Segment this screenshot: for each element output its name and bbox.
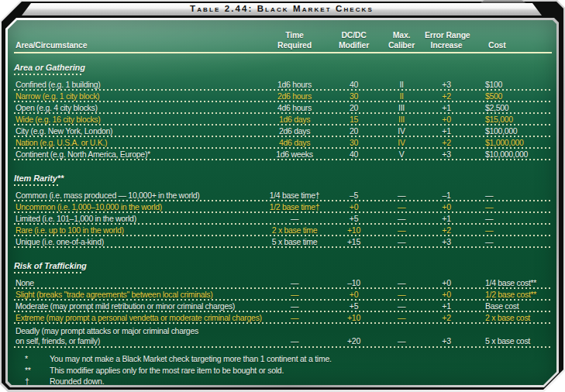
table-row: Extreme (may prompt a personal vendetta … xyxy=(14,312,552,324)
cell: — xyxy=(260,290,329,300)
table-row: Continent (e.g. North America, Europe)*1… xyxy=(14,149,552,160)
cell: 4d6 days xyxy=(260,138,329,148)
cell: 40 xyxy=(329,80,378,90)
column-header-line: Required xyxy=(260,40,329,50)
column-header-line: Cost xyxy=(488,40,552,50)
column-header: Error RangeIncrease xyxy=(425,30,468,50)
cell: IV xyxy=(378,138,425,148)
table-section: Area or GatheringConfined (e.g. 1 buildi… xyxy=(14,60,552,160)
cell: +1 xyxy=(425,214,468,224)
table-row: Confined (e.g. 1 building)1d6 hours40II+… xyxy=(14,79,552,91)
cell: +0 xyxy=(425,290,468,300)
cell: Deadly (may prompt attacks or major crim… xyxy=(14,326,260,346)
cell: — xyxy=(378,278,425,288)
cell: –10 xyxy=(329,278,378,288)
cell: Common (i.e. mass produced — 10,000+ in … xyxy=(14,191,260,201)
cell: II xyxy=(378,80,425,90)
column-header-line: Error Range xyxy=(425,30,468,40)
cell: II xyxy=(378,91,425,101)
cell: +1 xyxy=(425,126,468,136)
table-row: Unique (i.e. one-of-a-kind)5 x base time… xyxy=(14,236,552,248)
cell: — xyxy=(260,278,329,288)
cell: 1d6 weeks xyxy=(260,150,329,160)
column-header-line: Area/Circumstance xyxy=(16,40,260,50)
cell: 2 x base time xyxy=(260,225,329,236)
cell: 20 xyxy=(329,126,378,136)
cell: Moderate (may prompt mild retribution or… xyxy=(14,301,260,311)
cell: 40 xyxy=(329,150,378,160)
cell: 1/4 base cost** xyxy=(468,278,552,288)
cell: 30 xyxy=(329,138,378,148)
cell: — xyxy=(468,225,552,236)
cell: $15,000 xyxy=(468,115,552,125)
section-title: Risk of Trafficking xyxy=(14,261,87,273)
table-row: Limited (i.e. 101–1,000 in the world)—+5… xyxy=(14,213,552,225)
cell: 2d6 hours xyxy=(260,91,329,101)
black-market-checks-table-panel: Table 2.44: Black Market Checks Area/Cir… xyxy=(0,0,565,392)
table-row: Rare (i.e. up to 100 in the world)2 x ba… xyxy=(14,225,552,236)
cell: Slight (breaks "trade agreements" betwee… xyxy=(14,290,260,300)
cell: — xyxy=(378,191,425,201)
table-row: Open (e.g. 4 city blocks)4d6 hours20III+… xyxy=(14,102,552,114)
section-header: Area or Gathering xyxy=(14,60,552,75)
table-row: None—–10—+01/4 base cost** xyxy=(14,277,552,289)
cell: $500 xyxy=(468,91,552,101)
cell: — xyxy=(468,214,552,224)
column-header: Max.Caliber xyxy=(378,30,425,50)
cell: +5 xyxy=(329,301,378,311)
table-sections: Area or GatheringConfined (e.g. 1 buildi… xyxy=(14,60,552,348)
cell: +15 xyxy=(329,237,378,247)
table-title: Table 2.44: Black Market Checks xyxy=(190,5,374,14)
cell: — xyxy=(378,313,425,323)
cell: +2 xyxy=(425,91,468,101)
cell: IV xyxy=(378,126,425,136)
footnote-marker: * xyxy=(25,353,50,365)
section-header: Risk of Trafficking xyxy=(14,258,552,273)
cell: — xyxy=(378,214,425,224)
cell: Limited (i.e. 101–1,000 in the world) xyxy=(14,214,260,224)
cell: Continent (e.g. North America, Europe)* xyxy=(14,150,260,160)
cell: None xyxy=(14,278,260,288)
cell: +0 xyxy=(329,202,378,212)
cell: +20 xyxy=(329,336,378,346)
cell: Extreme (may prompt a personal vendetta … xyxy=(14,313,260,323)
table-panel: Area/CircumstanceTimeRequiredDC/DCModifi… xyxy=(8,20,556,385)
cell: Nation (e.g. U.S.A. or U.K.) xyxy=(14,138,260,148)
table-row: Common (i.e. mass produced — 10,000+ in … xyxy=(14,190,552,201)
table-row: City (e.g. New York, London)2d6 days20IV… xyxy=(14,126,552,137)
cell: +0 xyxy=(425,202,468,212)
cell: $100 xyxy=(468,80,552,90)
cell: V xyxy=(378,150,425,160)
cell: — xyxy=(260,301,329,311)
cell: 5 x base cost xyxy=(468,336,552,346)
cell-line-2: on self, friends, or family) xyxy=(16,336,260,346)
column-header-line: Caliber xyxy=(378,40,425,50)
cell: — xyxy=(260,336,329,346)
cell: Narrow (e.g. 1 city block) xyxy=(14,91,260,101)
column-header: TimeRequired xyxy=(260,30,329,50)
title-bar: Table 2.44: Black Market Checks xyxy=(22,3,542,15)
table-section: Item Rarity**Common (i.e. mass produced … xyxy=(14,170,552,248)
cell: +0 xyxy=(425,115,468,125)
section-title: Item Rarity** xyxy=(14,174,64,186)
cell: 1/4 base time† xyxy=(260,191,329,201)
table-row: Uncommon (i.e. 1,000–10,000 in the world… xyxy=(14,201,552,213)
cell: $2,500 xyxy=(468,103,552,113)
cell: –1 xyxy=(425,191,468,201)
cell: — xyxy=(468,202,552,212)
column-header: DC/DCModifier xyxy=(329,30,378,50)
cell: — xyxy=(468,237,552,247)
cell: 5 x base time xyxy=(260,237,329,247)
column-header-line: Increase xyxy=(425,40,468,50)
column-header-line: DC/DC xyxy=(329,30,378,40)
table-row: Nation (e.g. U.S.A. or U.K.)4d6 days30IV… xyxy=(14,137,552,149)
cell: –5 xyxy=(329,191,378,201)
footnote-marker: ** xyxy=(25,365,50,377)
table-row: Wide (e.g. 16 city blocks)1d6 days15III+… xyxy=(14,114,552,126)
cell: City (e.g. New York, London) xyxy=(14,126,260,136)
cell: — xyxy=(378,290,425,300)
footnote: *You may not make a Black Market check t… xyxy=(25,353,552,365)
cell: — xyxy=(260,313,329,323)
cell: +0 xyxy=(425,278,468,288)
column-header-line: Modifier xyxy=(329,40,378,50)
